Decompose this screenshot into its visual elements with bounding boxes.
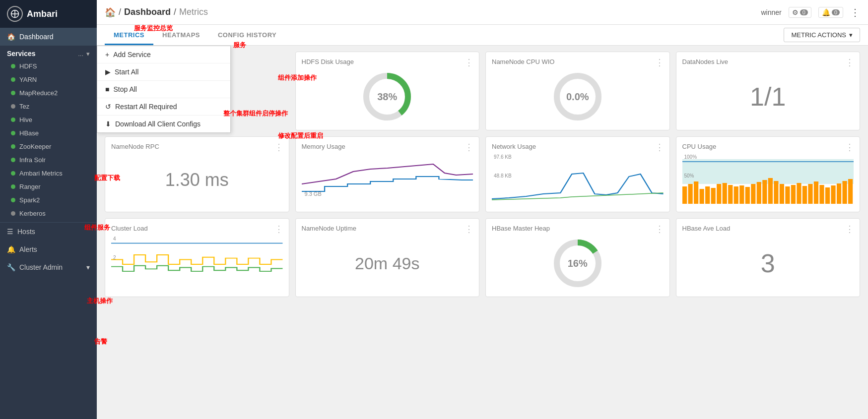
- sidebar-item-ambari-metrics[interactable]: Ambari Metrics: [0, 167, 97, 180]
- services-section-actions: ... ▾: [78, 50, 90, 58]
- svg-rect-22: [774, 181, 778, 204]
- namenode-uptime-menu[interactable]: ⋮: [465, 224, 474, 235]
- network-usage-chart: 97.6 KB 48.8 KB: [492, 154, 664, 206]
- sidebar-item-dashboard[interactable]: 🏠 Dashboard: [0, 28, 97, 46]
- memory-usage-menu[interactable]: ⋮: [465, 142, 474, 153]
- sidebar-item-hbase[interactable]: HBase: [0, 126, 97, 140]
- dropdown-restart-all-required[interactable]: ↺ Restart All Required: [97, 98, 230, 116]
- namenode-uptime-title: NameNode Uptime: [302, 225, 473, 232]
- restart-all-label: Restart All Required: [115, 103, 177, 111]
- tab-config-history[interactable]: CONFIG HISTORY: [209, 25, 285, 45]
- home-icon[interactable]: 🏠: [105, 7, 116, 18]
- cluster-load-chart: 4 2: [111, 236, 283, 291]
- sidebar-item-ranger[interactable]: Ranger: [0, 180, 97, 193]
- svg-rect-23: [779, 184, 784, 204]
- sidebar-item-spark2[interactable]: Spark2: [0, 193, 97, 207]
- sidebar-item-mapreduce2[interactable]: MapReduce2: [0, 86, 97, 100]
- yarn-status-dot: [11, 77, 15, 82]
- cpu-usage-chart: 100% 50%: [682, 154, 854, 206]
- datanodes-live-title: DataNodes Live: [682, 58, 854, 65]
- sidebar-item-hdfs[interactable]: HDFS: [0, 60, 97, 73]
- sidebar-item-hosts[interactable]: ☰ Hosts: [0, 222, 97, 240]
- namenode-rpc-title: NameNode RPC: [111, 143, 283, 150]
- hdfs-disk-donut: 38%: [360, 69, 414, 124]
- gear-count: 0: [800, 9, 808, 15]
- mapreduce2-status-dot: [11, 91, 15, 95]
- app-header[interactable]: Ambari: [0, 0, 97, 28]
- bell-badge[interactable]: 🔔 0: [818, 7, 843, 18]
- main-content: 🏠 / Dashboard / Metrics winner ⚙ 0 🔔 0 ⋮…: [97, 0, 868, 419]
- metric-actions-chevron: ▾: [849, 31, 853, 39]
- hbase-master-heap-value: 16%: [568, 258, 588, 269]
- cluster-admin-chevron: ▾: [86, 263, 90, 271]
- namenode-rpc-menu[interactable]: ⋮: [274, 142, 284, 153]
- gear-badge[interactable]: ⚙ 0: [789, 7, 811, 18]
- sidebar-item-tez[interactable]: Tez: [0, 100, 97, 113]
- services-more[interactable]: ...: [78, 50, 83, 58]
- sidebar-item-zookeeper[interactable]: ZooKeeper: [0, 140, 97, 153]
- metric-datanodes-live: DataNodes Live ⋮ 1/1: [676, 52, 861, 130]
- tab-heatmaps[interactable]: HEATMAPS: [153, 25, 209, 45]
- svg-rect-25: [791, 185, 795, 204]
- dropdown-stop-all[interactable]: ■ Stop All: [97, 81, 230, 98]
- cluster-load-menu[interactable]: ⋮: [274, 224, 284, 235]
- metric-network-usage: Network Usage ⋮ 97.6 KB 48.8 KB: [485, 136, 670, 212]
- sidebar-item-infra-solr[interactable]: Infra Solr: [0, 153, 97, 167]
- memory-usage-title: Memory Usage: [302, 143, 473, 150]
- svg-rect-21: [768, 178, 772, 204]
- datanodes-live-menu[interactable]: ⋮: [845, 57, 855, 68]
- dashboard-label: Dashboard: [19, 33, 54, 41]
- topbar: 🏠 / Dashboard / Metrics winner ⚙ 0 🔔 0 ⋮: [97, 0, 868, 25]
- sidebar-item-cluster-admin[interactable]: 🔧 Cluster Admin ▾: [0, 258, 97, 276]
- metric-actions-label: METRIC ACTIONS: [791, 31, 846, 39]
- yarn-label: YARN: [19, 76, 37, 83]
- bell-icon: 🔔: [822, 8, 830, 16]
- metric-actions-button[interactable]: METRIC ACTIONS ▾: [784, 28, 860, 42]
- namenode-cpu-wio-menu[interactable]: ⋮: [655, 57, 665, 68]
- sidebar-item-alerts[interactable]: 🔔 Alerts: [0, 240, 97, 258]
- hbase-master-heap-donut-container: 16%: [492, 236, 664, 291]
- metric-namenode-rpc: NameNode RPC ⋮ 1.30 ms: [105, 136, 289, 212]
- svg-rect-10: [705, 186, 710, 204]
- dropdown-start-all[interactable]: ▶ Start All: [97, 63, 230, 81]
- network-usage-title: Network Usage: [492, 143, 664, 150]
- metric-namenode-cpu-wio: NameNode CPU WIO ⋮ 0.0%: [485, 52, 670, 130]
- services-expand[interactable]: ▾: [86, 50, 90, 58]
- hdfs-disk-usage-title: HDFS Disk Usage: [302, 58, 473, 65]
- metric-hbase-master-heap: HBase Master Heap ⋮ 16%: [485, 218, 670, 297]
- hbase-status-dot: [11, 131, 15, 135]
- dashboard-icon: 🏠: [7, 33, 15, 41]
- cpu-usage-menu[interactable]: ⋮: [845, 142, 855, 153]
- topbar-user: winner: [761, 8, 782, 16]
- network-usage-menu[interactable]: ⋮: [655, 142, 665, 153]
- svg-rect-24: [785, 186, 790, 204]
- namenode-cpu-donut-container: 0.0%: [492, 69, 664, 124]
- svg-rect-14: [728, 185, 733, 204]
- namenode-cpu-wio-value: 0.0%: [566, 91, 589, 103]
- memory-usage-chart: 9.3 GB: [302, 154, 473, 206]
- sidebar-item-yarn[interactable]: YARN: [0, 73, 97, 86]
- topbar-right: winner ⚙ 0 🔔 0 ⋮: [761, 6, 861, 18]
- dropdown-download-client-configs[interactable]: ⬇ Download All Client Configs: [97, 116, 230, 132]
- breadcrumb-sep1: /: [119, 7, 121, 17]
- dropdown-add-service[interactable]: + Add Service: [97, 46, 230, 63]
- infra-solr-status-dot: [11, 158, 15, 162]
- svg-rect-35: [848, 179, 852, 204]
- breadcrumb-dashboard[interactable]: Dashboard: [124, 7, 171, 17]
- hdfs-disk-usage-menu[interactable]: ⋮: [465, 57, 474, 68]
- tab-metrics[interactable]: METRICS: [105, 25, 153, 45]
- svg-rect-19: [756, 182, 761, 204]
- hbase-ave-load-menu[interactable]: ⋮: [845, 224, 855, 235]
- spark2-status-dot: [11, 198, 15, 202]
- breadcrumb-metrics: Metrics: [179, 7, 208, 17]
- hbase-master-heap-menu[interactable]: ⋮: [655, 224, 665, 235]
- breadcrumb: 🏠 / Dashboard / Metrics: [105, 7, 208, 18]
- topbar-more-icon[interactable]: ⋮: [850, 6, 860, 18]
- download-configs-icon: ⬇: [105, 120, 111, 128]
- svg-rect-27: [802, 186, 806, 204]
- sidebar-item-hive[interactable]: Hive: [0, 113, 97, 126]
- app-logo: [7, 6, 23, 22]
- stop-all-label: Stop All: [113, 85, 136, 93]
- sidebar-item-kerberos[interactable]: Kerberos: [0, 207, 97, 220]
- svg-rect-31: [825, 187, 829, 204]
